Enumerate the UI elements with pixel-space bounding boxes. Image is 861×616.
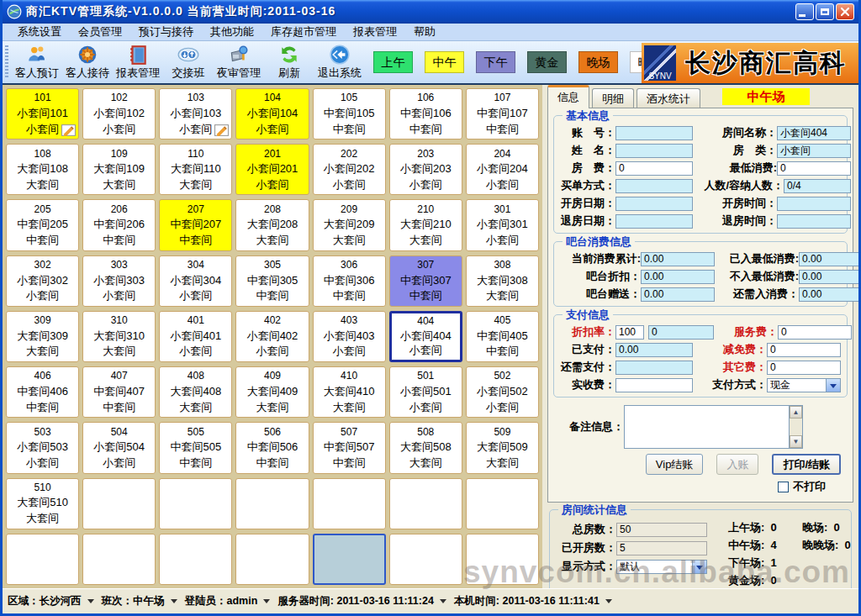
tool-button-2[interactable]: 客人接待 — [62, 43, 113, 82]
print-settle-button[interactable]: 打印/结账 — [772, 454, 841, 475]
received-input[interactable] — [615, 378, 693, 392]
pay-way-dropdown-icon[interactable] — [827, 378, 841, 392]
guest-name-input[interactable] — [615, 144, 693, 158]
room-cell-507[interactable]: 507中套间507中套间 — [313, 422, 386, 473]
room-cell-509[interactable]: 509大套间509大套间 — [466, 422, 539, 473]
room-cell-209[interactable]: 209大套间209大套间 — [313, 199, 386, 250]
room-cell-408[interactable]: 408大套间408大套间 — [159, 366, 232, 418]
pay-way-select[interactable] — [767, 378, 827, 392]
tool-button-6[interactable]: 刷新 — [264, 43, 314, 82]
room-type-input[interactable] — [777, 144, 851, 158]
tab-1[interactable]: 信息 — [547, 85, 589, 108]
room-cell-106[interactable]: 106中套间106中套间 — [389, 88, 462, 140]
status-dropdown-icon[interactable] — [440, 599, 446, 607]
room-cell-510[interactable]: 510大套间510大套间 — [6, 478, 79, 529]
tool-button-7[interactable]: 退出系统 — [314, 43, 365, 82]
scroll-down-icon[interactable]: ▼ — [790, 435, 802, 448]
room-cell-210[interactable]: 210大套间210大套间 — [389, 199, 462, 250]
room-cell-204[interactable]: 204小套间204小套间 — [466, 144, 539, 195]
open-date-input[interactable] — [615, 197, 693, 211]
room-cell-104[interactable]: 104小套间104小套间 — [235, 88, 309, 140]
maximize-button[interactable] — [816, 3, 834, 20]
need-in-input[interactable] — [799, 287, 858, 302]
status-dropdown-icon[interactable] — [605, 599, 612, 607]
vip-settle-button[interactable]: Vip结账 — [646, 454, 704, 475]
paid-input[interactable] — [615, 343, 693, 357]
status-dropdown-icon[interactable] — [171, 599, 177, 607]
min-consume-input[interactable] — [777, 161, 851, 176]
room-cell-109[interactable]: 109大套间109大套间 — [82, 144, 156, 195]
room-cell-205[interactable]: 205中套间205中套间 — [6, 199, 79, 250]
room-cell-310[interactable]: 310大套间310大套间 — [82, 311, 156, 362]
room-cell-201[interactable]: 201小套间201小套间 — [235, 144, 309, 195]
room-cell-502[interactable]: 502小套间502小套间 — [466, 366, 539, 418]
room-cell-308[interactable]: 308大套间308大套间 — [466, 255, 539, 307]
room-cell-407[interactable]: 407中套间407中套间 — [82, 366, 156, 418]
status-dropdown-icon[interactable] — [87, 599, 94, 607]
tab-2[interactable]: 明细 — [592, 88, 634, 108]
room-cell-506[interactable]: 506中套间506中套间 — [235, 422, 309, 473]
menu-item-3[interactable]: 预订与接待 — [130, 23, 202, 41]
room-cell-505[interactable]: 505中套间505中套间 — [159, 422, 232, 473]
service-fee-input[interactable] — [778, 325, 852, 340]
session-button-4[interactable]: 黄金 — [527, 51, 567, 73]
close-button[interactable] — [836, 3, 854, 20]
room-cell-208[interactable]: 208大套间208大套间 — [235, 199, 309, 250]
bar-gift-input[interactable] — [641, 287, 715, 302]
session-button-3[interactable]: 下午 — [476, 51, 515, 73]
room-cell-508[interactable]: 508大套间508大套间 — [389, 422, 462, 473]
room-cell-409[interactable]: 409大套间409大套间 — [235, 366, 309, 418]
room-cell-102[interactable]: 102小套间102小套间 — [82, 88, 156, 140]
room-cell-207[interactable]: 207中套间207中套间 — [159, 199, 232, 250]
pay-method-input[interactable] — [615, 179, 693, 193]
room-cell-306[interactable]: 306中套间306中套间 — [313, 255, 386, 307]
session-button-5[interactable]: 晚场 — [578, 51, 618, 73]
menu-item-7[interactable]: 帮助 — [405, 23, 444, 41]
room-cell-501[interactable]: 501小套间501小套间 — [389, 366, 462, 418]
menu-item-2[interactable]: 会员管理 — [70, 23, 130, 41]
room-cell-107[interactable]: 107中套间107中套间 — [466, 88, 539, 140]
room-cell-105[interactable]: 105中套间105中套间 — [313, 88, 386, 140]
people-input[interactable] — [784, 179, 851, 193]
tool-button-5[interactable]: 夜审管理 — [214, 43, 264, 82]
room-cell-301[interactable]: 301小套间301小套间 — [466, 199, 539, 250]
discount-amount-input[interactable] — [648, 325, 714, 340]
open-time-input[interactable] — [777, 197, 851, 211]
room-cell-410[interactable]: 410大套间410大套间 — [313, 366, 386, 418]
in-min-input[interactable] — [799, 252, 858, 266]
status-dropdown-icon[interactable] — [263, 599, 270, 607]
room-cell-108[interactable]: 108大套间108大套间 — [6, 144, 79, 195]
no-print-checkbox[interactable] — [778, 482, 789, 492]
room-cell-404[interactable]: 404小套间404小套间 — [389, 311, 462, 362]
room-name-input[interactable] — [777, 126, 851, 140]
minimize-button[interactable] — [795, 3, 814, 20]
current-total-input[interactable] — [641, 252, 715, 266]
discount-rate-input[interactable] — [615, 325, 644, 340]
not-in-min-input[interactable] — [799, 270, 858, 284]
room-cell-110[interactable]: 110大套间110大套间 — [159, 144, 232, 195]
room-cell-303[interactable]: 303小套间303小套间 — [82, 255, 156, 307]
room-fee-input[interactable] — [615, 161, 693, 176]
tool-button-4[interactable]: 交接班 — [163, 43, 214, 82]
reduce-fee-input[interactable] — [767, 343, 841, 357]
display-mode-dropdown-icon[interactable] — [693, 560, 707, 574]
room-cell-504[interactable]: 504小套间504小套间 — [82, 422, 156, 473]
room-cell-101[interactable]: 101小套间101小套间 — [6, 88, 79, 140]
menu-item-6[interactable]: 报表管理 — [345, 23, 405, 41]
menu-item-5[interactable]: 库存超市管理 — [262, 23, 345, 41]
room-cell-307[interactable]: 307中套间307中套间 — [389, 255, 462, 307]
session-button-2[interactable]: 中午 — [425, 51, 464, 73]
scroll-up-icon[interactable]: ▲ — [790, 406, 802, 419]
menu-item-1[interactable]: 系统设置 — [9, 23, 70, 41]
room-cell-203[interactable]: 203小套间203小套间 — [389, 144, 462, 195]
room-cell-401[interactable]: 401小套间401小套间 — [159, 311, 232, 362]
tool-button-3[interactable]: 报表管理 — [113, 43, 163, 82]
room-cell-403[interactable]: 403小套间403小套间 — [313, 311, 386, 362]
need-pay-input[interactable] — [615, 361, 693, 375]
room-cell-406[interactable]: 406中套间406中套间 — [6, 366, 79, 418]
room-cell-405[interactable]: 405中套间405中套间 — [466, 311, 539, 362]
room-cell-206[interactable]: 206中套间206中套间 — [82, 199, 156, 250]
menu-item-4[interactable]: 其他功能 — [202, 23, 262, 41]
session-button-1[interactable]: 上午 — [373, 51, 413, 73]
remark-scrollbar[interactable]: ▲▼ — [789, 405, 803, 449]
